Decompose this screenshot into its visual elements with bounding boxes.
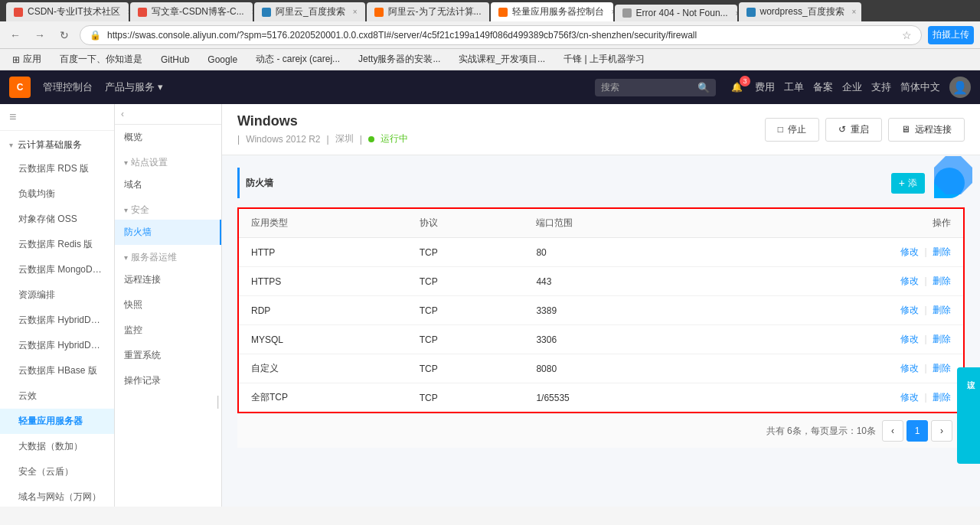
sub-sidebar-reset[interactable]: 重置系统	[115, 343, 221, 368]
tab-close-lightsail[interactable]: ×	[612, 8, 613, 16]
tab-aliyun[interactable]: 阿里云-为了无法计算... ×	[367, 2, 489, 21]
bookmark-course[interactable]: 实战课程_开发项目...	[452, 51, 551, 67]
cell-port-3: 3306	[524, 325, 691, 354]
bookmark-baidu[interactable]: 百度一下、你知道是	[54, 51, 149, 67]
bookmark-ml[interactable]: 千锋 | 上手机器学习	[557, 51, 651, 67]
sub-sidebar-section-security[interactable]: 安全	[115, 197, 221, 220]
suggestion-button[interactable]: 建议	[957, 367, 980, 464]
stop-icon: □	[778, 124, 783, 135]
sub-sidebar-remote[interactable]: 远程连接	[115, 267, 221, 292]
table-row: HTTPS TCP 443 修改 | 删除	[238, 267, 964, 296]
stop-button[interactable]: □ 停止	[765, 118, 819, 142]
edit-link-3[interactable]: 修改	[900, 334, 919, 344]
sub-sidebar-snapshot[interactable]: 快照	[115, 292, 221, 318]
sub-sidebar-overview[interactable]: 概览	[115, 125, 221, 150]
sidebar-item-oss[interactable]: 对象存储 OSS	[0, 207, 114, 232]
add-rule-button[interactable]: + 添	[891, 173, 925, 194]
bookmark-carejx[interactable]: 动态 - carejx (carej...	[250, 51, 346, 67]
extensions-button[interactable]: 拍摄上传	[928, 26, 974, 44]
sub-sidebar-section-ops[interactable]: 服务器运维	[115, 245, 221, 267]
sub-sidebar-oplog[interactable]: 操作记录	[115, 368, 221, 393]
nav-products-services[interactable]: 产品与服务	[105, 80, 163, 94]
sub-sidebar-firewall[interactable]: 防火墙	[115, 220, 221, 245]
tab-csdn[interactable]: CSDN-专业IT技术社区 ×	[6, 2, 129, 21]
address-bar[interactable]: 🔒 https://swas.console.aliyun.com/?spm=5…	[80, 25, 922, 45]
sidebar-item-devops[interactable]: 云效	[0, 383, 114, 409]
delete-link-0[interactable]: 删除	[933, 246, 951, 257]
tab-wp-search[interactable]: wordpress_百度搜索 ×	[739, 2, 861, 21]
notification-bell[interactable]: 🔔 3	[728, 79, 746, 96]
nav-enterprise[interactable]: 企业	[842, 80, 862, 94]
tab-aliyun-search[interactable]: 阿里云_百度搜索 ×	[254, 2, 365, 21]
sidebar-item-redis[interactable]: 云数据库 Redis 版	[0, 232, 114, 257]
sidebar-item-slb[interactable]: 负载均衡	[0, 181, 114, 207]
sidebar-item-hybriddb2[interactable]: 云数据库 HybridDB f...	[0, 333, 114, 358]
sidebar-item-bigdata[interactable]: 大数据（数加）	[0, 434, 114, 459]
tab-lightsail[interactable]: 轻量应用服务器控制台 ×	[491, 2, 613, 21]
sub-sidebar-section-site[interactable]: 站点设置	[115, 150, 221, 172]
sidebar-item-hybriddb1[interactable]: 云数据库 HybridDB f...	[0, 308, 114, 333]
nav-language[interactable]: 简体中文	[900, 80, 940, 94]
nav-support[interactable]: 支持	[871, 80, 891, 94]
tab-close-aliyun-search[interactable]: ×	[353, 8, 358, 16]
action-divider-0: |	[925, 246, 927, 257]
tab-close-wp-search[interactable]: ×	[852, 8, 857, 16]
bookmark-apps[interactable]: ⊞ 应用	[6, 51, 47, 67]
back-button[interactable]: ←	[6, 26, 24, 44]
delete-link-2[interactable]: 删除	[933, 305, 951, 315]
bookmark-jetty[interactable]: Jetty服务器的安装...	[352, 51, 446, 67]
edit-link-2[interactable]: 修改	[900, 305, 919, 315]
restart-button[interactable]: ↺ 重启	[825, 118, 882, 142]
collapse-icon[interactable]: ‹	[121, 109, 124, 119]
tab-404[interactable]: Error 404 - Not Foun... ×	[615, 5, 737, 21]
top-nav-right: 🔔 3 费用 工单 备案 企业 支持 简体中文 👤	[728, 77, 971, 98]
delete-link-1[interactable]: 删除	[933, 276, 951, 286]
reload-button[interactable]: ↻	[55, 26, 74, 44]
bookmark-github[interactable]: GitHub	[155, 53, 195, 67]
edit-link-5[interactable]: 修改	[900, 392, 919, 403]
content-header: Windows | Windows 2012 R2 | 深圳 | 运行中 □ 停	[222, 104, 980, 155]
delete-link-5[interactable]: 删除	[933, 392, 951, 403]
edit-link-1[interactable]: 修改	[900, 276, 919, 286]
edit-link-4[interactable]: 修改	[900, 363, 919, 373]
os-info: Windows 2012 R2	[246, 134, 320, 145]
nav-fee[interactable]: 费用	[755, 80, 775, 94]
sidebar-item-domain[interactable]: 域名与网站（万网）	[0, 484, 114, 507]
next-page-button[interactable]: ›	[931, 420, 952, 442]
pagination-total: 共有 6条，每页显示：10条	[766, 425, 876, 438]
tab-close-write[interactable]: ×	[252, 8, 253, 16]
search-input[interactable]	[601, 82, 693, 93]
prev-page-button[interactable]: ‹	[882, 420, 903, 442]
tab-close-csdn[interactable]: ×	[128, 8, 129, 16]
cell-protocol-2: TCP	[407, 296, 524, 325]
sidebar-item-mongodb[interactable]: 云数据库 MongoDB ...	[0, 257, 114, 282]
cell-app-0: HTTP	[238, 238, 407, 267]
delete-link-3[interactable]: 删除	[933, 334, 951, 344]
page-1-button[interactable]: 1	[906, 420, 928, 442]
sidebar-item-security[interactable]: 安全（云盾）	[0, 459, 114, 484]
delete-link-4[interactable]: 删除	[933, 363, 951, 373]
sidebar-item-lightsail[interactable]: 轻量应用服务器	[0, 409, 114, 434]
sub-sidebar: ‹ 概览 站点设置 域名 安全 防火墙 服务器运维 远程连接	[115, 104, 222, 507]
tab-close-404[interactable]: ×	[736, 9, 737, 18]
sidebar-item-ros[interactable]: 资源编排	[0, 282, 114, 308]
top-search[interactable]: 🔍	[595, 79, 716, 96]
remote-connect-button[interactable]: 🖥 远程连接	[888, 118, 965, 142]
sub-sidebar-monitor[interactable]: 监控	[115, 318, 221, 343]
nav-ticket[interactable]: 工单	[784, 80, 804, 94]
tab-write[interactable]: 写文章-CSDN博客-C... ×	[130, 2, 253, 21]
edit-link-0[interactable]: 修改	[900, 246, 919, 257]
nav-management-console[interactable]: 管理控制台	[43, 80, 93, 94]
table-row: 自定义 TCP 8080 修改 | 删除	[238, 354, 964, 383]
sidebar-item-hbase[interactable]: 云数据库 HBase 版	[0, 358, 114, 383]
sidebar-item-rds[interactable]: 云数据库 RDS 版	[0, 156, 114, 181]
bookmark-google[interactable]: Google	[201, 53, 243, 67]
restart-icon: ↺	[838, 124, 846, 135]
col-actions: 操作	[758, 208, 964, 238]
forward-button[interactable]: →	[31, 26, 49, 44]
header-actions: □ 停止 ↺ 重启 🖥 远程连接	[765, 118, 965, 142]
sub-sidebar-domain[interactable]: 域名	[115, 172, 221, 197]
nav-record[interactable]: 备案	[813, 80, 833, 94]
user-avatar[interactable]: 👤	[949, 77, 971, 98]
sidebar-group-cloud[interactable]: ▾ 云计算基础服务	[0, 131, 114, 156]
